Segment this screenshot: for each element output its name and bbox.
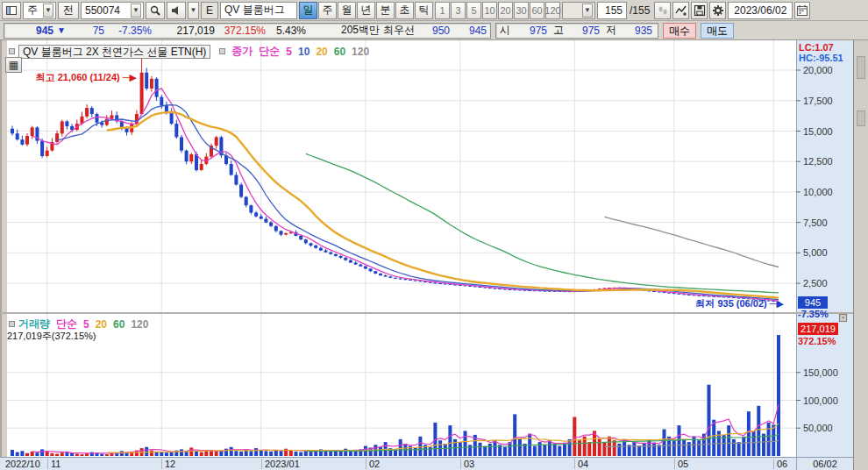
chart-canvas[interactable]: 2,5005,0007,50010,00012,50015,00017,5002…	[0, 40, 853, 457]
best-ask: 950	[418, 25, 450, 37]
interval-5[interactable]: 5	[466, 2, 481, 19]
speaker-button[interactable]	[167, 2, 186, 19]
high-price: 975	[570, 25, 600, 37]
tab-second[interactable]: 초	[395, 2, 414, 19]
high-annotation: 최고 21,060 (11/24) ─▶	[36, 71, 137, 84]
pane-corner-icon[interactable]: ▪	[839, 314, 847, 322]
high-label: 고	[547, 23, 570, 38]
tab-month[interactable]: 월	[338, 2, 356, 19]
price-tick-label: 10,000	[803, 187, 833, 197]
tab-minute[interactable]: 분	[376, 2, 395, 19]
time-axis-last-date: 06/02	[796, 457, 853, 470]
time-axis-label: 05	[674, 459, 688, 469]
toolbar: 주▼ 전 550074▼ ▼ E QV 블룸버그 일 주 월 년 분 초 틱 1…	[0, 0, 868, 21]
custom-interval-combo[interactable]: ▼	[562, 2, 595, 19]
price-tick-label: 20,000	[803, 65, 833, 75]
chart-window-icon-button[interactable]	[2, 2, 21, 19]
price-ma-120	[604, 217, 779, 267]
interval-10[interactable]: 10	[482, 2, 497, 19]
interval-30[interactable]: 30	[514, 2, 529, 19]
chevron-down-icon[interactable]: ▼	[43, 4, 53, 18]
bar-count-input[interactable]: 155	[597, 2, 627, 19]
bullet-icon	[219, 48, 225, 54]
chevron-down-icon: ▼	[190, 6, 197, 14]
calendar-button[interactable]	[794, 2, 810, 19]
price-tick-label: 5,000	[803, 247, 828, 258]
code-input[interactable]: 550074▼	[81, 2, 144, 19]
price-tick-label: 7,500	[803, 217, 828, 228]
chart-title: QV 블룸버그 2X 천연가스 선물 ETN(H)	[18, 45, 210, 59]
settings-button[interactable]	[709, 2, 726, 19]
speaker-icon	[170, 4, 182, 17]
time-axis-label: 11	[47, 459, 60, 469]
period-combo[interactable]: 주▼	[23, 2, 56, 19]
ohl-strip: 시 975 고 975 저 935	[495, 23, 658, 39]
time-axis-label: 04	[574, 459, 588, 469]
speaker-dropdown-button[interactable]: ▼	[188, 2, 199, 19]
volume-tick-label: 50,000	[803, 423, 833, 433]
quote-strip: 945 ▼ 75 -7.35% 217,019 372.15% 5.43% 20…	[4, 23, 491, 39]
grid-lines	[7, 40, 796, 456]
ma60-legend: 60	[334, 46, 345, 58]
best-quote-label: 최우선	[380, 23, 418, 38]
scrollbar-thumb[interactable]	[857, 110, 865, 126]
time-axis-label: 12	[161, 459, 175, 469]
low-label: 저	[600, 23, 623, 38]
scrollbar-thumb[interactable]	[857, 56, 865, 79]
current-volume-pct: 372.15%	[798, 336, 836, 346]
price-tick-label: 15,000	[803, 126, 833, 137]
tab-tick[interactable]: 틱	[415, 2, 433, 19]
current-volume-tag: 217,019	[798, 323, 838, 335]
time-axis-label: 2022/10	[3, 459, 40, 469]
ma120-legend: 120	[352, 46, 369, 58]
sell-button[interactable]: 매도	[701, 23, 734, 39]
prev-button[interactable]: 전	[58, 2, 79, 19]
interval-20[interactable]: 20	[498, 2, 513, 19]
turnover-pct: 5.43%	[266, 25, 306, 37]
interval-1[interactable]: 1	[435, 2, 450, 19]
current-price-pct: -7.35%	[798, 309, 829, 319]
code-value: 550074	[85, 4, 120, 17]
price-ma-10	[57, 105, 779, 300]
price-tick-label: 17,500	[803, 96, 833, 106]
price-legend-name: 종가	[231, 44, 253, 59]
chart-tool-button[interactable]	[672, 2, 689, 19]
interval-3[interactable]: 3	[451, 2, 466, 19]
tab-year[interactable]: 년	[357, 2, 375, 19]
vma60-legend: 60	[113, 318, 125, 331]
tab-day[interactable]: 일	[299, 2, 317, 19]
volume-tick-label: 150,000	[803, 367, 838, 378]
compare-button[interactable]	[654, 2, 671, 19]
chevron-down-icon[interactable]: ▼	[131, 4, 141, 18]
chevron-down-icon[interactable]: ▼	[582, 4, 593, 18]
candles	[11, 57, 780, 303]
calendar-icon	[796, 4, 808, 17]
period-combo-value: 주	[27, 3, 38, 18]
price-change: 75	[66, 25, 104, 37]
vma120-legend: 120	[131, 318, 148, 331]
tab-week[interactable]: 주	[318, 2, 337, 19]
gear-icon	[712, 4, 724, 17]
date-input[interactable]: 2023/06/02	[728, 2, 793, 19]
interval-120[interactable]: 120	[545, 2, 560, 19]
grid-toggle-button[interactable]: ▦	[5, 57, 22, 73]
period-tabs: 일 주 월 년 분 초 틱	[299, 2, 433, 19]
right-arrow-icon: ─▶	[120, 72, 137, 82]
stock-name-input[interactable]: QV 블룸버그	[220, 2, 297, 19]
right-arrow-icon: ─▶	[767, 298, 784, 309]
price-change-pct: -7.35%	[104, 25, 152, 37]
footprints-icon	[657, 4, 669, 17]
save-button[interactable]	[691, 2, 708, 19]
window-edge	[853, 40, 868, 470]
buy-button[interactable]: 매수	[663, 23, 696, 39]
env-button[interactable]: E	[201, 2, 218, 19]
current-price: 945	[4, 25, 53, 37]
interval-60[interactable]: 60	[530, 2, 544, 19]
time-axis-label: 06	[773, 459, 787, 469]
price-tick-label: 12,500	[803, 156, 833, 167]
lc-value: LC:1.07	[799, 42, 834, 53]
bullet-icon	[9, 48, 15, 54]
hc-value: HC:-95.51	[799, 53, 843, 63]
volume-readout: 217,019주(372.15%)	[7, 330, 96, 343]
search-button[interactable]	[146, 2, 165, 19]
